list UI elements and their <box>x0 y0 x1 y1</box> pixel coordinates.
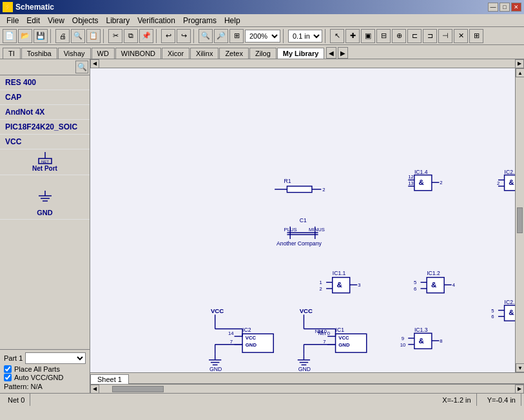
search-button[interactable]: 🔍 <box>75 61 88 73</box>
copy-button[interactable]: ⧉ <box>124 29 138 43</box>
menu-edit[interactable]: Edit <box>23 15 44 26</box>
grid-select[interactable]: 0.1 in <box>288 30 322 43</box>
auto-vcc-label: Auto VCC/GND <box>14 374 63 381</box>
netport-label: Net Port <box>32 165 57 172</box>
redo-button[interactable]: ↪ <box>177 29 191 43</box>
sheet-tab-1[interactable]: Sheet 1 <box>90 374 129 384</box>
place-all-checkbox[interactable] <box>4 365 12 373</box>
part-pic[interactable]: PIC18F24K20_SOIC <box>0 120 90 135</box>
zoom-out-button[interactable]: 🔎 <box>214 29 228 43</box>
bus-tool[interactable]: ⊟ <box>376 29 391 43</box>
netport-tool[interactable]: ⊐ <box>423 29 437 43</box>
part-dropdown[interactable] <box>25 352 86 364</box>
tab-ti[interactable]: TI <box>3 48 21 59</box>
part-res400[interactable]: RES 400 <box>0 75 90 90</box>
scroll-left-top[interactable]: ◀ <box>90 59 99 68</box>
save-button[interactable]: 💾 <box>34 29 48 43</box>
tab-wd[interactable]: WD <box>92 48 115 59</box>
scroll-down-arrow[interactable]: ▼ <box>516 363 524 372</box>
menu-programs[interactable]: Programs <box>179 15 220 26</box>
svg-text:R1: R1 <box>284 178 291 184</box>
tab-vishay[interactable]: Vishay <box>58 48 91 59</box>
part-andnot4x[interactable]: AndNot 4X <box>0 105 90 120</box>
paste-button[interactable]: 📌 <box>139 29 153 43</box>
open-button[interactable]: 📂 <box>18 29 32 43</box>
svg-text:VCC: VCC <box>211 307 224 314</box>
svg-text:2: 2 <box>497 180 500 186</box>
print-preview-button[interactable]: 🔍 <box>71 29 85 43</box>
minimize-button[interactable]: — <box>488 3 498 12</box>
pointer-tool[interactable]: ↖ <box>330 29 344 43</box>
scroll-left-arrow[interactable]: ◀ <box>90 385 99 394</box>
right-scrollbar[interactable]: ▲ ▼ <box>515 68 524 372</box>
scroll-up-arrow[interactable]: ▲ <box>516 68 524 77</box>
noconnect-tool[interactable]: ✕ <box>454 29 468 43</box>
add-wire-tool[interactable]: ✚ <box>345 29 360 43</box>
zoom-in-button[interactable]: 🔍 <box>199 29 213 43</box>
status-y: Y=-0.4 in <box>482 394 521 406</box>
tab-next[interactable]: ▶ <box>338 47 348 59</box>
print-button[interactable]: 🖨 <box>55 29 70 43</box>
svg-rect-9 <box>287 186 312 193</box>
bottom-scrollbar: ◀ ▶ <box>90 384 524 393</box>
svg-text:Another  Company: Another Company <box>277 240 322 247</box>
close-button[interactable]: ✕ <box>511 3 521 12</box>
scroll-right-top[interactable]: ▶ <box>515 59 524 68</box>
svg-text:4: 4 <box>452 282 456 288</box>
part-gnd[interactable]: GND <box>0 188 90 220</box>
grid-tool[interactable]: ⊞ <box>469 29 483 43</box>
menu-help[interactable]: Help <box>220 15 244 26</box>
zoom-select[interactable]: 200% <box>245 30 280 43</box>
tab-zilog[interactable]: Zilog <box>249 48 277 59</box>
new-button[interactable]: 📄 <box>3 29 17 43</box>
part-cap[interactable]: CAP <box>0 90 90 105</box>
sep1 <box>50 29 53 43</box>
tab-winbond[interactable]: WINBOND <box>115 48 161 59</box>
svg-text:2: 2 <box>440 180 442 186</box>
menu-library[interactable]: Library <box>102 15 134 26</box>
scroll-right-arrow[interactable]: ▶ <box>515 385 524 394</box>
scroll-thumb-h[interactable] <box>112 386 164 392</box>
scroll-thumb-v[interactable] <box>517 207 523 233</box>
svg-text:IC1.4: IC1.4 <box>414 169 428 175</box>
part-vcc[interactable]: VCC <box>0 135 90 149</box>
menu-file[interactable]: File <box>3 15 23 26</box>
auto-vcc-checkbox[interactable] <box>4 374 12 381</box>
menu-verification[interactable]: Verification <box>133 15 179 26</box>
tab-toshiba[interactable]: Toshiba <box>21 48 57 59</box>
svg-text:1: 1 <box>320 280 322 285</box>
app-icon: ⚡ <box>3 2 13 12</box>
tab-zetex[interactable]: Zetex <box>219 48 249 59</box>
left-panel: 🔍 RES 400 CAP AndNot 4X PIC18F24K20_SOIC… <box>0 59 90 393</box>
svg-text:IC2.2: IC2.2 <box>505 299 515 305</box>
svg-text:9: 9 <box>402 336 404 341</box>
power-tool[interactable]: ⊣ <box>438 29 452 43</box>
menu-view[interactable]: View <box>44 15 68 26</box>
part-select-row: Part 1 <box>4 352 86 364</box>
tab-mylibrary[interactable]: My Library <box>277 48 325 59</box>
menubar: File Edit View Objects Library Verificat… <box>0 14 524 27</box>
component-tool[interactable]: ▣ <box>361 29 375 43</box>
zoom-fit-button[interactable]: ⊞ <box>229 29 244 43</box>
auto-vcc-row: Auto VCC/GND <box>4 374 86 381</box>
undo-button[interactable]: ↩ <box>161 29 175 43</box>
part-netport[interactable]: NET Net Port <box>0 149 90 175</box>
tab-xilinx[interactable]: Xilinx <box>190 48 218 59</box>
spacer <box>0 175 90 188</box>
maximize-button[interactable]: □ <box>500 3 510 12</box>
tb-icon3[interactable]: 📋 <box>86 29 101 43</box>
tab-prev[interactable]: ◀ <box>326 47 336 59</box>
sep2 <box>103 29 106 43</box>
menu-objects[interactable]: Objects <box>68 15 102 26</box>
junction-tool[interactable]: ⊕ <box>392 29 406 43</box>
svg-text:6: 6 <box>491 314 494 320</box>
svg-text:8: 8 <box>440 338 442 344</box>
svg-text:GND: GND <box>246 342 257 348</box>
tab-xicor[interactable]: Xicor <box>162 48 189 59</box>
schematic-area[interactable]: R1 2 C1 PLUS MINUS Another Company IC1 <box>90 68 515 372</box>
titlebar-controls[interactable]: — □ ✕ <box>488 3 521 12</box>
titlebar: ⚡ Schematic — □ ✕ <box>0 0 524 14</box>
cut-button[interactable]: ✂ <box>108 29 122 43</box>
svg-text:&: & <box>419 337 424 345</box>
label-tool[interactable]: ⊏ <box>407 29 422 43</box>
